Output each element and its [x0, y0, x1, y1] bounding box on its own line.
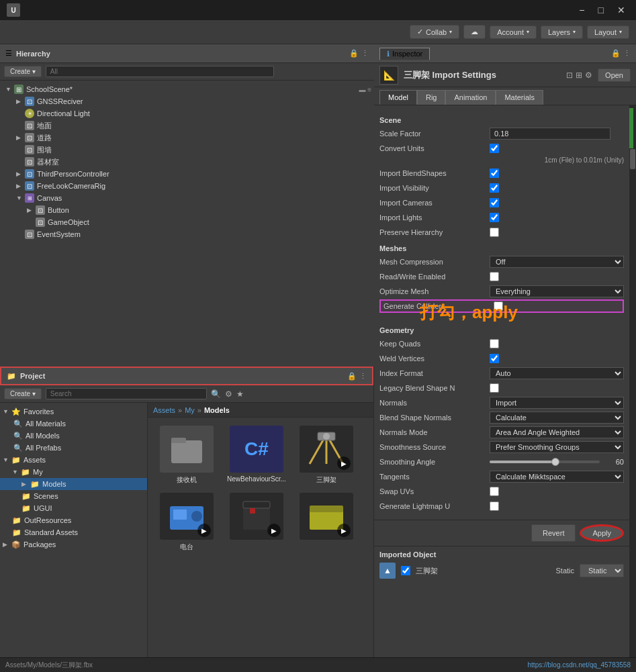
normals-select[interactable]: Import	[490, 397, 624, 409]
play-icon[interactable]: ▶	[337, 524, 351, 537]
tree-item-models[interactable]: ▶ 📁 Models	[0, 478, 147, 490]
inspector-icon1[interactable]: ⊡	[566, 70, 573, 80]
tab-materials[interactable]: Materials	[496, 90, 543, 105]
file-item-newbehaviour[interactable]: C# NewBehaviourScr...	[223, 423, 290, 487]
play-icon[interactable]: ▶	[197, 524, 211, 537]
static-dropdown[interactable]: Static	[580, 564, 624, 577]
inspector-lock-icon[interactable]: 🔒	[611, 49, 621, 58]
tree-item-allprefabs[interactable]: 🔍 All Prefabs	[0, 442, 147, 454]
tree-item-gnssreciver[interactable]: ▶ ⊡ GNSSReciver	[0, 95, 374, 107]
tab-model[interactable]: Model	[379, 90, 417, 105]
account-button[interactable]: Account ▾	[490, 26, 537, 39]
play-icon[interactable]: ▶	[337, 457, 351, 470]
open-button[interactable]: Open	[598, 68, 631, 82]
hierarchy-lock-icon[interactable]: 🔒	[349, 49, 359, 58]
window-controls[interactable]: − □ ✕	[575, 5, 629, 15]
collab-button[interactable]: ✓ Collab ▾	[410, 25, 459, 39]
breadcrumb-assets[interactable]: Assets	[153, 406, 175, 414]
optimize-mesh-select[interactable]: Everything	[490, 285, 624, 297]
keep-quads-checkbox[interactable]	[490, 339, 499, 348]
slider-thumb[interactable]	[551, 458, 559, 466]
tree-item-canvas[interactable]: ▼ ⊞ Canvas	[0, 192, 374, 204]
project-star-icon[interactable]: ★	[236, 389, 244, 399]
import-visibility-checkbox[interactable]	[490, 183, 499, 193]
inspector-tab[interactable]: ℹ Inspector	[379, 48, 430, 60]
revert-button[interactable]: Revert	[531, 524, 576, 542]
tree-item-eventsystem[interactable]: ⊡ EventSystem	[0, 228, 374, 240]
read-write-checkbox[interactable]	[490, 272, 499, 281]
hierarchy-create-button[interactable]: Create ▾	[4, 66, 42, 77]
normals-mode-select[interactable]: Area And Angle Weighted	[490, 426, 624, 438]
svg-rect-12	[250, 508, 255, 514]
file-item-item4[interactable]: ▶	[293, 490, 360, 555]
tab-rig[interactable]: Rig	[417, 90, 446, 105]
imported-object-checkbox[interactable]	[401, 566, 410, 575]
close-button[interactable]: ✕	[613, 5, 629, 15]
tree-item-my[interactable]: ▼ 📁 My	[0, 466, 147, 478]
breadcrumb-my[interactable]: My	[185, 406, 195, 414]
cloud-button[interactable]: ☁	[463, 25, 486, 39]
project-lock-icon[interactable]: 🔒	[347, 372, 357, 381]
tree-item-allmodels[interactable]: 🔍 All Models	[0, 430, 147, 442]
tree-item-equipment[interactable]: ⊡ 器材室	[0, 156, 374, 168]
layers-button[interactable]: Layers ▾	[541, 26, 583, 39]
gen-lightmap-checkbox[interactable]	[490, 501, 499, 511]
tree-item-gameobject[interactable]: ⊡ GameObject	[0, 216, 374, 228]
tree-item-packages[interactable]: ▶ 📦 Packages	[0, 538, 147, 550]
blend-shape-normals-select[interactable]: Calculate	[490, 412, 624, 424]
tree-item-ground[interactable]: ⊡ 地面	[0, 119, 374, 132]
hierarchy-menu-icon[interactable]: ⋮	[361, 49, 369, 58]
tree-item-scenes[interactable]: 📁 Scenes	[0, 490, 147, 502]
index-format-select[interactable]: Auto	[490, 367, 624, 379]
mesh-compression-select[interactable]: Off	[490, 256, 624, 268]
tree-item-button[interactable]: ▶ ⊡ Button	[0, 204, 374, 216]
file-item-item3[interactable]: ▶	[223, 490, 290, 555]
smoothness-source-select[interactable]: Prefer Smoothing Groups	[490, 441, 624, 453]
weld-vertices-checkbox[interactable]	[490, 354, 499, 363]
play-icon[interactable]: ▶	[267, 524, 281, 537]
inspector-menu-icon[interactable]: ⋮	[623, 49, 631, 58]
tree-item-directionallight[interactable]: ☀ Directional Light	[0, 107, 374, 119]
preserve-hierarchy-checkbox[interactable]	[490, 228, 499, 237]
tree-item-favorites[interactable]: ▼ ⭐ Favorites	[0, 405, 147, 418]
generate-colliders-checkbox[interactable]	[494, 301, 503, 311]
tree-item-allmaterials[interactable]: 🔍 All Materials	[0, 418, 147, 430]
tree-item-thirdperson[interactable]: ▶ ⊡ ThirdPersonController	[0, 168, 374, 180]
tree-item-road[interactable]: ▶ ⊡ 道路	[0, 132, 374, 144]
hierarchy-item-label: SchoolScene*	[26, 85, 73, 93]
apply-button[interactable]: Apply	[580, 524, 624, 542]
project-search-input[interactable]	[46, 388, 207, 399]
swap-uvs-checkbox[interactable]	[490, 487, 499, 496]
project-menu-icon[interactable]: ⋮	[359, 372, 367, 381]
file-item-diantai[interactable]: ▶ 电台	[153, 490, 220, 555]
tree-item-assets[interactable]: ▼ 📁 Assets	[0, 454, 147, 466]
import-lights-checkbox[interactable]	[490, 213, 499, 222]
tree-item-outresources[interactable]: 📁 OutResources	[0, 514, 147, 526]
search-icon[interactable]: 🔍	[211, 389, 221, 399]
scroll-thumb[interactable]	[630, 149, 635, 169]
tree-item-wall[interactable]: ⊡ 围墙	[0, 144, 374, 156]
inspector-icon2[interactable]: ⊞	[576, 70, 582, 80]
minimize-button[interactable]: −	[575, 5, 588, 15]
inspector-gear-icon[interactable]: ⚙	[585, 70, 592, 80]
project-settings-icon[interactable]: ⚙	[225, 389, 232, 399]
file-item-jieshouji[interactable]: 接收机	[153, 423, 220, 487]
project-create-button[interactable]: Create ▾	[4, 388, 42, 399]
hierarchy-search-input[interactable]	[46, 66, 274, 77]
layout-button[interactable]: Layout ▾	[587, 26, 629, 39]
tree-item-schoolscene[interactable]: ▼ ⊞ SchoolScene* ▬ ≡	[0, 83, 374, 95]
tab-animation[interactable]: Animation	[445, 90, 496, 105]
tree-item-standardassets[interactable]: 📁 Standard Assets	[0, 526, 147, 538]
smoothing-angle-slider[interactable]: 60	[490, 458, 624, 466]
scale-factor-input[interactable]	[490, 128, 610, 140]
file-item-sanjiaojia[interactable]: ▶ 三脚架	[293, 423, 360, 487]
convert-units-checkbox[interactable]	[490, 144, 499, 153]
inspector-scrollbar[interactable]	[629, 105, 636, 672]
tree-item-ugui[interactable]: 📁 UGUI	[0, 502, 147, 514]
maximize-button[interactable]: □	[594, 5, 608, 15]
import-blendshapes-checkbox[interactable]	[490, 169, 499, 178]
tangents-select[interactable]: Calculate Mikktspace	[490, 471, 624, 483]
import-cameras-checkbox[interactable]	[490, 198, 499, 207]
legacy-blend-checkbox[interactable]	[490, 383, 499, 393]
tree-item-freelook[interactable]: ▶ ⊡ FreeLookCameraRig	[0, 180, 374, 192]
